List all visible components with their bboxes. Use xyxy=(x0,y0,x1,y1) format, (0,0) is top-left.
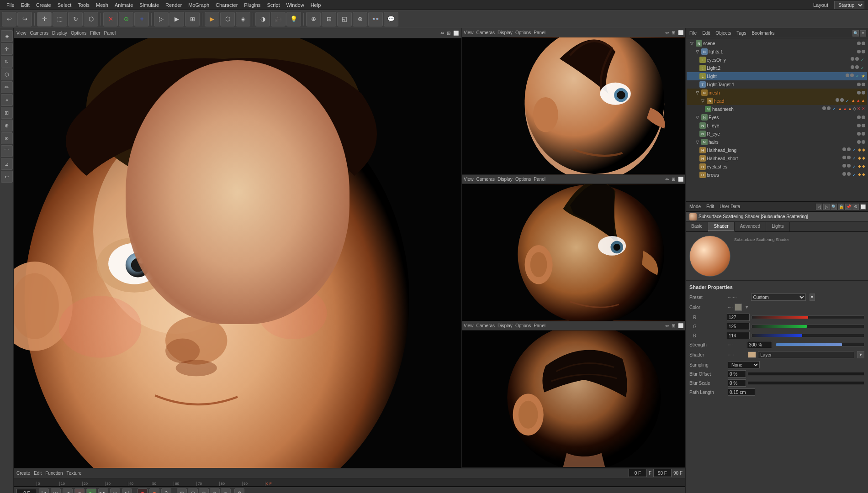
om-eyesonly-dot[interactable] xyxy=(851,57,854,61)
sv3-display[interactable]: Display xyxy=(498,323,513,328)
menu-window[interactable]: Window xyxy=(284,1,307,9)
om-head[interactable]: ▽ N head ✓ ▲ ▲ ▲ xyxy=(687,97,867,105)
om-head-tag1[interactable]: ▲ xyxy=(851,98,855,104)
color-b-input[interactable] xyxy=(727,332,750,339)
om-lt-dot2[interactable] xyxy=(862,83,865,86)
sv1-cameras[interactable]: Cameras xyxy=(476,30,495,35)
om-lt-dot[interactable] xyxy=(857,83,861,86)
tc-stop[interactable]: ■ xyxy=(74,488,85,493)
om-lights1[interactable]: ▽ N lights.1 xyxy=(687,47,867,56)
menu-create[interactable]: Create xyxy=(33,1,54,9)
camera-button[interactable]: 🎥 xyxy=(271,12,286,26)
current-frame-input[interactable] xyxy=(16,489,37,493)
om-eyelashes[interactable]: H eyelashes ✓ ◆ ◆ xyxy=(687,163,867,171)
sv2-view[interactable]: View xyxy=(464,177,474,182)
om-br-dot[interactable] xyxy=(842,172,846,176)
sv3-resize[interactable]: ⇔ xyxy=(665,323,669,328)
om-hairs-dot2[interactable] xyxy=(862,140,865,144)
move-button[interactable]: ✛ xyxy=(37,12,52,26)
om-mesh-dot[interactable] xyxy=(857,91,861,94)
menu-file[interactable]: File xyxy=(4,1,17,9)
sv2-resize[interactable]: ⇔ xyxy=(665,177,669,182)
tc-obj-mode[interactable]: ⊞ xyxy=(177,488,187,493)
om-hairhead-short[interactable]: H Hairhead_short ✓ ◆ ◆ xyxy=(687,154,867,163)
sv3-options[interactable]: Options xyxy=(515,323,531,328)
om-re-dot[interactable] xyxy=(857,132,861,136)
om-head-tag3[interactable]: ▲ xyxy=(861,98,865,104)
undo-button[interactable]: ↩ xyxy=(2,12,16,26)
sv1-panel[interactable]: Panel xyxy=(534,30,545,35)
color-g-slider[interactable] xyxy=(752,325,864,328)
color-r-input[interactable] xyxy=(727,314,750,321)
viewport-solo-button[interactable]: ◑ xyxy=(255,12,270,26)
om-light2-dot[interactable] xyxy=(851,65,854,69)
scale-button[interactable]: ⬚ xyxy=(53,12,67,26)
sidebar-bezier-btn[interactable]: ⌒ xyxy=(1,145,13,157)
om-el-tag1[interactable]: ◆ xyxy=(858,164,861,169)
blur-scale-input[interactable] xyxy=(728,379,746,387)
tc-layers[interactable]: ≡ xyxy=(221,488,231,493)
me-tab-lights[interactable]: Lights xyxy=(766,222,790,231)
om-scene[interactable]: ▽ N scene xyxy=(687,39,867,47)
om-scene-dot2[interactable] xyxy=(862,42,865,45)
om-hs-dot[interactable] xyxy=(842,156,846,159)
om-lights1-dot[interactable] xyxy=(857,50,861,53)
sv3-view[interactable]: View xyxy=(464,323,474,328)
sidebar-loop-btn[interactable]: ⊕ xyxy=(1,120,13,131)
om-eyes[interactable]: ▽ N Eyes xyxy=(687,113,867,121)
me-tab-advanced[interactable]: Advanced xyxy=(735,222,766,231)
menu-simulate[interactable]: Simulate xyxy=(137,1,162,9)
om-hm-tag1[interactable]: ▲ xyxy=(838,106,842,112)
om-head-dot[interactable] xyxy=(836,98,839,102)
sidebar-move-btn[interactable]: ✛ xyxy=(1,43,13,55)
component-mode-button[interactable]: ▶ xyxy=(169,12,184,26)
y-axis-button[interactable]: ⊙ xyxy=(119,12,133,26)
me-edit-menu[interactable]: Edit xyxy=(704,204,716,210)
main-vp-view[interactable]: View xyxy=(16,31,26,36)
sidebar-rotate-btn[interactable]: ↻ xyxy=(1,56,13,68)
sv2-display[interactable]: Display xyxy=(498,177,513,182)
om-r-eye[interactable]: N R_eye xyxy=(687,130,867,138)
me-userdata-menu[interactable]: User Data xyxy=(718,204,742,210)
om-hs-dot2[interactable] xyxy=(847,156,851,159)
shader-swatch[interactable] xyxy=(748,351,756,358)
me-expand-btn[interactable]: ⬜ xyxy=(860,204,866,210)
om-br-dot2[interactable] xyxy=(847,172,851,176)
main-vp-filter[interactable]: Filter xyxy=(90,31,100,36)
om-el-dot2[interactable] xyxy=(847,164,851,168)
stereo-button[interactable]: 👓 xyxy=(368,12,383,26)
om-hairs[interactable]: ▽ N hairs xyxy=(687,138,867,146)
sv3-panel[interactable]: Panel xyxy=(534,323,545,328)
sidebar-magnet-btn[interactable]: ⊛ xyxy=(1,132,13,144)
om-re-dot2[interactable] xyxy=(862,132,865,136)
tc-record[interactable]: ⏺ xyxy=(138,488,148,493)
om-light-target[interactable]: T Light.Target.1 xyxy=(687,80,867,89)
om-bookmarks-menu[interactable]: Bookmarks xyxy=(750,30,776,36)
blur-offset-slider[interactable] xyxy=(748,372,864,376)
main-vp-display[interactable]: Display xyxy=(52,31,67,36)
main-vp-options[interactable]: Options xyxy=(71,31,86,36)
om-hl-dot[interactable] xyxy=(842,147,846,151)
om-hs-tag1[interactable]: ◆ xyxy=(858,156,861,161)
om-objects-menu[interactable]: Objects xyxy=(714,30,733,36)
om-light-dot2[interactable] xyxy=(850,73,854,77)
menu-character[interactable]: Character xyxy=(213,1,240,9)
sv3-expand[interactable]: ⊞ xyxy=(672,323,675,328)
tc-play-back[interactable]: ◀ xyxy=(63,488,73,493)
axis-button[interactable]: ⊛ xyxy=(353,12,367,26)
blur-offset-input[interactable] xyxy=(728,370,746,378)
main-vp-panel[interactable]: Panel xyxy=(104,31,116,36)
om-hm-tag5[interactable]: ✕ xyxy=(857,106,861,112)
object-mode-button[interactable]: ▷ xyxy=(154,12,169,26)
om-file-menu[interactable]: File xyxy=(688,30,699,36)
om-el-tag2[interactable]: ◆ xyxy=(862,164,865,169)
om-hl-tag1[interactable]: ◆ xyxy=(858,147,861,153)
om-light[interactable]: L Light ✓ ★ xyxy=(687,72,867,80)
sv2-expand[interactable]: ⊞ xyxy=(672,177,675,182)
main-vp-cameras[interactable]: Cameras xyxy=(30,31,49,36)
timeline-menu-texture[interactable]: Texture xyxy=(67,471,82,476)
sv1-resize[interactable]: ⇔ xyxy=(665,30,669,35)
tc-play-forward[interactable]: ▶▶ xyxy=(98,488,108,493)
om-light2-dot2[interactable] xyxy=(855,65,859,69)
main-viewport[interactable]: View Cameras Display Options Filter Pane… xyxy=(14,28,461,468)
